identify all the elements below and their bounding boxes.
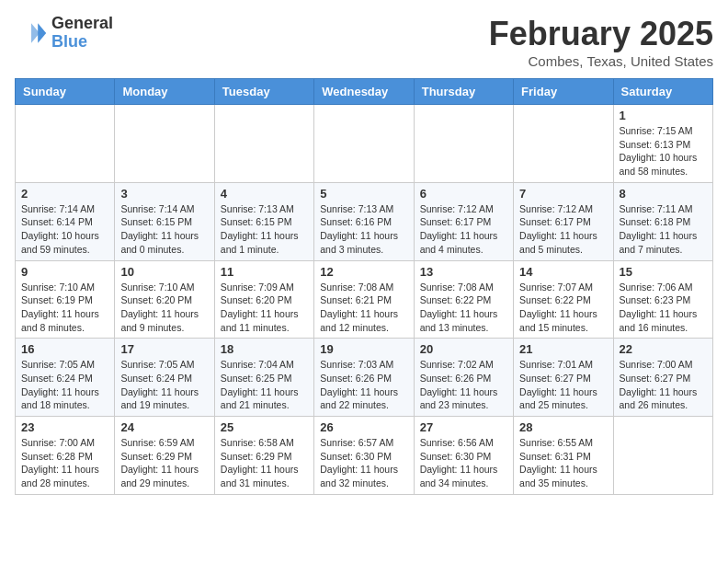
- calendar-day-cell: 25Sunrise: 6:58 AM Sunset: 6:29 PM Dayli…: [214, 417, 313, 495]
- day-number: 12: [320, 265, 407, 279]
- calendar-day-cell: [16, 105, 115, 183]
- calendar-day-cell: 19Sunrise: 7:03 AM Sunset: 6:26 PM Dayli…: [314, 339, 414, 417]
- calendar-day-cell: 20Sunrise: 7:02 AM Sunset: 6:26 PM Dayli…: [414, 339, 513, 417]
- day-number: 16: [21, 342, 108, 356]
- calendar-col-header: Friday: [514, 79, 613, 105]
- day-info: Sunrise: 7:04 AM Sunset: 6:25 PM Dayligh…: [221, 358, 308, 412]
- calendar-day-cell: 8Sunrise: 7:11 AM Sunset: 6:18 PM Daylig…: [613, 182, 712, 260]
- calendar-day-cell: [314, 105, 414, 183]
- calendar-week-row: 23Sunrise: 7:00 AM Sunset: 6:28 PM Dayli…: [16, 417, 713, 495]
- day-info: Sunrise: 7:08 AM Sunset: 6:21 PM Dayligh…: [320, 281, 407, 335]
- day-number: 11: [221, 265, 308, 279]
- title-block: February 2025 Combes, Texas, United Stat…: [489, 15, 713, 69]
- calendar-day-cell: 11Sunrise: 7:09 AM Sunset: 6:20 PM Dayli…: [214, 260, 313, 339]
- calendar-day-cell: 13Sunrise: 7:08 AM Sunset: 6:22 PM Dayli…: [414, 260, 513, 339]
- day-number: 23: [21, 420, 108, 434]
- calendar-day-cell: 18Sunrise: 7:04 AM Sunset: 6:25 PM Dayli…: [214, 339, 313, 417]
- day-number: 27: [420, 420, 507, 434]
- calendar-day-cell: 2Sunrise: 7:14 AM Sunset: 6:14 PM Daylig…: [16, 182, 115, 260]
- calendar-col-header: Thursday: [414, 79, 513, 105]
- day-info: Sunrise: 6:55 AM Sunset: 6:31 PM Dayligh…: [519, 436, 607, 490]
- day-info: Sunrise: 7:07 AM Sunset: 6:22 PM Dayligh…: [519, 281, 607, 335]
- calendar-week-row: 16Sunrise: 7:05 AM Sunset: 6:24 PM Dayli…: [16, 339, 713, 417]
- day-number: 8: [620, 187, 707, 201]
- day-number: 14: [519, 265, 607, 279]
- day-info: Sunrise: 7:12 AM Sunset: 6:17 PM Dayligh…: [420, 202, 507, 257]
- day-number: 10: [120, 265, 208, 279]
- calendar-day-cell: 4Sunrise: 7:13 AM Sunset: 6:15 PM Daylig…: [214, 182, 313, 260]
- day-info: Sunrise: 7:05 AM Sunset: 6:24 PM Dayligh…: [21, 358, 108, 412]
- calendar-col-header: Wednesday: [314, 79, 414, 105]
- day-info: Sunrise: 7:13 AM Sunset: 6:16 PM Dayligh…: [320, 202, 407, 257]
- logo: General Blue: [15, 15, 113, 52]
- day-number: 19: [320, 342, 407, 356]
- day-number: 1: [620, 109, 707, 122]
- calendar-day-cell: [414, 105, 513, 183]
- day-number: 26: [320, 420, 407, 434]
- day-number: 17: [120, 342, 208, 356]
- day-number: 21: [519, 342, 607, 356]
- day-info: Sunrise: 7:00 AM Sunset: 6:27 PM Dayligh…: [620, 358, 707, 412]
- day-info: Sunrise: 7:15 AM Sunset: 6:13 PM Dayligh…: [620, 124, 707, 178]
- logo-icon: [15, 17, 48, 50]
- day-number: 4: [221, 187, 308, 201]
- calendar-day-cell: 10Sunrise: 7:10 AM Sunset: 6:20 PM Dayli…: [115, 260, 214, 339]
- day-info: Sunrise: 7:12 AM Sunset: 6:17 PM Dayligh…: [519, 202, 607, 257]
- calendar-col-header: Tuesday: [214, 79, 313, 105]
- day-info: Sunrise: 7:11 AM Sunset: 6:18 PM Dayligh…: [620, 202, 707, 257]
- calendar-header-row: SundayMondayTuesdayWednesdayThursdayFrid…: [16, 79, 713, 105]
- calendar-week-row: 9Sunrise: 7:10 AM Sunset: 6:19 PM Daylig…: [16, 260, 713, 339]
- day-number: 7: [519, 187, 607, 201]
- calendar-col-header: Monday: [115, 79, 214, 105]
- day-info: Sunrise: 6:59 AM Sunset: 6:29 PM Dayligh…: [120, 436, 208, 490]
- day-info: Sunrise: 7:03 AM Sunset: 6:26 PM Dayligh…: [320, 358, 407, 412]
- calendar-col-header: Sunday: [16, 79, 115, 105]
- calendar-day-cell: [613, 417, 712, 495]
- day-info: Sunrise: 7:10 AM Sunset: 6:20 PM Dayligh…: [120, 281, 208, 335]
- day-info: Sunrise: 6:57 AM Sunset: 6:30 PM Dayligh…: [320, 436, 407, 490]
- day-info: Sunrise: 7:06 AM Sunset: 6:23 PM Dayligh…: [620, 281, 707, 335]
- calendar-day-cell: 5Sunrise: 7:13 AM Sunset: 6:16 PM Daylig…: [314, 182, 414, 260]
- day-info: Sunrise: 7:08 AM Sunset: 6:22 PM Dayligh…: [420, 281, 507, 335]
- calendar-day-cell: 21Sunrise: 7:01 AM Sunset: 6:27 PM Dayli…: [514, 339, 613, 417]
- calendar-day-cell: 16Sunrise: 7:05 AM Sunset: 6:24 PM Dayli…: [16, 339, 115, 417]
- day-info: Sunrise: 7:02 AM Sunset: 6:26 PM Dayligh…: [420, 358, 507, 412]
- calendar-day-cell: 15Sunrise: 7:06 AM Sunset: 6:23 PM Dayli…: [613, 260, 712, 339]
- calendar-day-cell: [214, 105, 313, 183]
- day-info: Sunrise: 7:09 AM Sunset: 6:20 PM Dayligh…: [221, 281, 308, 335]
- calendar-day-cell: 1Sunrise: 7:15 AM Sunset: 6:13 PM Daylig…: [613, 105, 712, 183]
- calendar-day-cell: 12Sunrise: 7:08 AM Sunset: 6:21 PM Dayli…: [314, 260, 414, 339]
- day-number: 18: [221, 342, 308, 356]
- day-info: Sunrise: 7:14 AM Sunset: 6:14 PM Dayligh…: [21, 202, 108, 257]
- calendar-day-cell: 28Sunrise: 6:55 AM Sunset: 6:31 PM Dayli…: [514, 417, 613, 495]
- day-number: 22: [620, 342, 707, 356]
- calendar-week-row: 1Sunrise: 7:15 AM Sunset: 6:13 PM Daylig…: [16, 105, 713, 183]
- calendar-day-cell: 3Sunrise: 7:14 AM Sunset: 6:15 PM Daylig…: [115, 182, 214, 260]
- calendar-day-cell: 27Sunrise: 6:56 AM Sunset: 6:30 PM Dayli…: [414, 417, 513, 495]
- day-info: Sunrise: 6:56 AM Sunset: 6:30 PM Dayligh…: [420, 436, 507, 490]
- day-number: 2: [21, 187, 108, 201]
- logo-text: General Blue: [51, 15, 113, 52]
- day-info: Sunrise: 7:05 AM Sunset: 6:24 PM Dayligh…: [120, 358, 208, 412]
- day-number: 28: [519, 420, 607, 434]
- calendar-day-cell: 9Sunrise: 7:10 AM Sunset: 6:19 PM Daylig…: [16, 260, 115, 339]
- day-number: 15: [620, 265, 707, 279]
- day-number: 5: [320, 187, 407, 201]
- calendar-day-cell: 22Sunrise: 7:00 AM Sunset: 6:27 PM Dayli…: [613, 339, 712, 417]
- day-info: Sunrise: 7:01 AM Sunset: 6:27 PM Dayligh…: [519, 358, 607, 412]
- day-info: Sunrise: 7:14 AM Sunset: 6:15 PM Dayligh…: [120, 202, 208, 257]
- calendar-day-cell: 23Sunrise: 7:00 AM Sunset: 6:28 PM Dayli…: [16, 417, 115, 495]
- page-header: General Blue February 2025 Combes, Texas…: [15, 15, 713, 69]
- calendar-day-cell: 6Sunrise: 7:12 AM Sunset: 6:17 PM Daylig…: [414, 182, 513, 260]
- day-number: 20: [420, 342, 507, 356]
- day-number: 3: [120, 187, 208, 201]
- logo-blue-text: Blue: [51, 33, 113, 52]
- calendar-day-cell: 17Sunrise: 7:05 AM Sunset: 6:24 PM Dayli…: [115, 339, 214, 417]
- day-info: Sunrise: 7:10 AM Sunset: 6:19 PM Dayligh…: [21, 281, 108, 335]
- day-number: 24: [120, 420, 208, 434]
- calendar-week-row: 2Sunrise: 7:14 AM Sunset: 6:14 PM Daylig…: [16, 182, 713, 260]
- location-text: Combes, Texas, United States: [489, 53, 713, 69]
- day-number: 6: [420, 187, 507, 201]
- calendar-day-cell: 26Sunrise: 6:57 AM Sunset: 6:30 PM Dayli…: [314, 417, 414, 495]
- day-info: Sunrise: 7:13 AM Sunset: 6:15 PM Dayligh…: [221, 202, 308, 257]
